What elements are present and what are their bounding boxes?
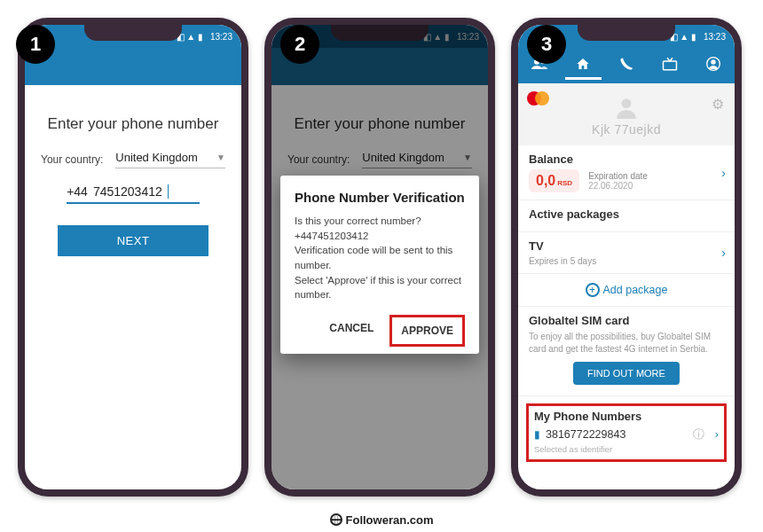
- find-out-more-button[interactable]: FIND OUT MORE: [573, 362, 680, 385]
- approve-button[interactable]: APPROVE: [389, 315, 465, 347]
- sim-icon: ▮: [534, 428, 540, 441]
- dialog-number: +447451203412: [295, 229, 465, 244]
- profile-header: ⚙ Kjk 77uejkd: [518, 83, 735, 145]
- svg-point-5: [622, 98, 632, 108]
- balance-section[interactable]: Balance 0,0RSD Expiration date 22.06.202…: [518, 145, 735, 200]
- chevron-down-icon: ▼: [216, 153, 225, 162]
- country-label: Your country:: [41, 153, 103, 166]
- plus-circle-icon: +: [586, 283, 600, 297]
- tab-home[interactable]: [562, 57, 605, 74]
- phone-icon: [619, 57, 633, 71]
- phone-value: 7451203412: [93, 184, 162, 199]
- chevron-right-icon: ›: [721, 246, 726, 260]
- svg-point-4: [711, 59, 715, 64]
- dialog-line1: Is this your correct number?: [295, 214, 465, 229]
- chevron-right-icon: ›: [721, 166, 726, 180]
- step-badge-2: 2: [280, 25, 319, 64]
- gear-icon[interactable]: ⚙: [712, 96, 724, 113]
- info-icon[interactable]: ⓘ: [693, 426, 704, 442]
- globe-icon: [330, 513, 342, 526]
- cancel-button[interactable]: CANCEL: [320, 315, 382, 347]
- status-bar: ▾ ◧ ▲ ▮ 13:23: [25, 25, 241, 48]
- balance-badge: 0,0RSD: [529, 169, 579, 192]
- tv-package-row[interactable]: TV Expires in 5 days ›: [518, 232, 735, 274]
- expiration: Expiration date 22.06.2020: [588, 171, 648, 191]
- dialog-line3: Select 'Approve' if this is your correct…: [295, 273, 465, 302]
- username: Kjk 77uejkd: [518, 122, 735, 137]
- add-package-button[interactable]: +Add package: [518, 274, 735, 306]
- svg-rect-2: [663, 61, 676, 70]
- mastercard-icon: [527, 90, 552, 106]
- page-title: Enter your phone number: [41, 115, 225, 133]
- sim-card-section: Globaltel SIM card To enjoy all the poss…: [518, 306, 735, 396]
- status-icons: ▾ ◧ ▲ ▮: [169, 32, 203, 42]
- chevron-right-icon: ›: [715, 428, 719, 441]
- account-icon: [706, 57, 720, 71]
- tab-tv[interactable]: [648, 57, 691, 74]
- phone-2: ▾ ◧ ▲ ▮ 13:23 Enter your phone number Yo…: [264, 18, 495, 497]
- active-packages-section: Active packages: [518, 200, 735, 232]
- balance-head: Balance: [529, 153, 724, 166]
- phone-number-input[interactable]: +44 7451203412: [67, 184, 200, 204]
- status-time: 13:23: [210, 32, 232, 42]
- tv-icon: [662, 57, 678, 71]
- next-button[interactable]: NEXT: [58, 225, 209, 256]
- avatar-icon: [615, 96, 638, 119]
- footer-watermark: Followeran.com: [0, 513, 763, 527]
- dial-code: +44: [67, 184, 88, 199]
- verification-dialog: Phone Number Verification Is this your c…: [280, 176, 479, 354]
- dialog-line2: Verification code will be sent to this n…: [295, 243, 465, 272]
- my-phone-number: 3816772229843: [546, 428, 625, 441]
- country-value: United Kingdom: [115, 151, 198, 164]
- country-dropdown[interactable]: United Kingdom ▼: [115, 151, 225, 168]
- my-phone-numbers-section[interactable]: My Phone Numbers ▮ 3816772229843 ⓘ › Sel…: [518, 396, 735, 469]
- phone-3: ▾ ◧ ▲ ▮ 13:23 ⚙ Kjk 77uejkd: [511, 18, 742, 497]
- home-icon: [576, 57, 590, 71]
- dialog-title: Phone Number Verification: [295, 190, 465, 205]
- step-badge-3: 3: [527, 25, 566, 64]
- phone-1: ▾ ◧ ▲ ▮ 13:23 Enter your phone number Yo…: [18, 18, 248, 497]
- step-badge-1: 1: [16, 25, 55, 64]
- app-bar: [25, 48, 241, 85]
- tab-account[interactable]: [691, 57, 735, 74]
- tab-calls[interactable]: [605, 57, 649, 74]
